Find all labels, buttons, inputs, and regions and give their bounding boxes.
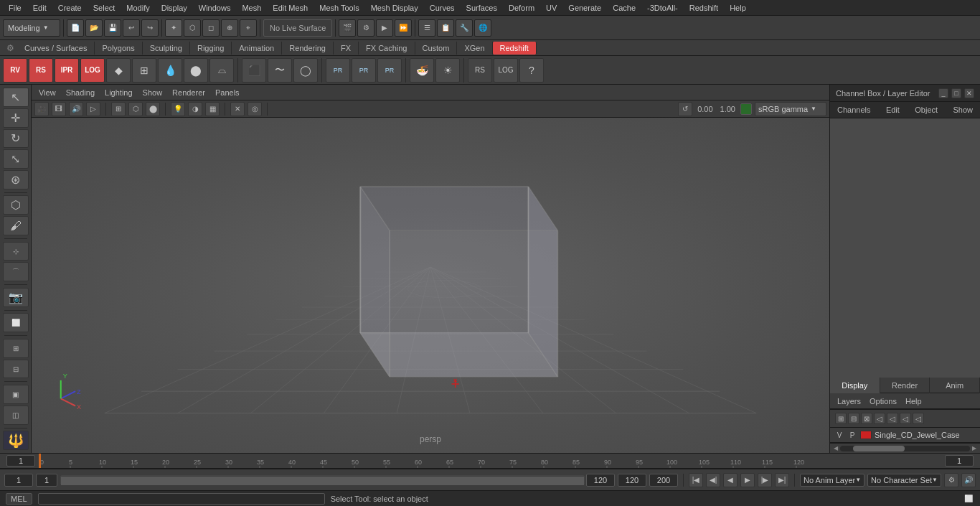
shelf-tab-fx-caching[interactable]: FX Caching: [359, 42, 415, 55]
rotate-button[interactable]: ↻: [3, 129, 29, 149]
shelf-icon-circle[interactable]: ◯: [293, 58, 318, 83]
menu-help[interactable]: Help: [724, 2, 752, 14]
outliner-button[interactable]: 🌐: [474, 19, 491, 37]
mel-mode-button[interactable]: MEL: [6, 493, 32, 505]
shelf-icon-rs-mat[interactable]: RS: [468, 58, 492, 83]
scroll-thumb[interactable]: [853, 446, 905, 451]
redo-button[interactable]: ↪: [141, 19, 159, 37]
layers-nav-help[interactable]: Help: [903, 396, 925, 406]
transport-start-frame-input[interactable]: [4, 474, 33, 487]
shelf-icon-sphere[interactable]: ⬤: [184, 58, 208, 83]
shelf-tab-rigging[interactable]: Rigging: [190, 42, 232, 55]
menu-curves[interactable]: Curves: [424, 2, 461, 14]
scale-button[interactable]: ⤡: [3, 149, 29, 169]
shelf-tab-rendering[interactable]: Rendering: [282, 42, 334, 55]
no-character-set-dropdown[interactable]: No Character Set ▼: [867, 474, 941, 487]
menu-surfaces[interactable]: Surfaces: [461, 2, 503, 14]
menu-generate[interactable]: Generate: [562, 2, 607, 14]
channel-box-close-button[interactable]: ✕: [964, 88, 974, 98]
menu-mesh-tools[interactable]: Mesh Tools: [314, 2, 364, 14]
scroll-left-arrow-icon[interactable]: ◀: [831, 444, 840, 453]
channels-nav-edit[interactable]: Edit: [883, 105, 903, 115]
channel-box-maximize-button[interactable]: □: [951, 88, 961, 98]
vp-camera-icon[interactable]: 🎥: [34, 102, 49, 116]
shelf-tab-xgen[interactable]: XGen: [457, 42, 492, 55]
shelf-tab-custom[interactable]: Custom: [415, 42, 458, 55]
vp-show-menu[interactable]: Show: [138, 87, 167, 98]
snap-button[interactable]: ⌖: [240, 19, 257, 37]
vp-film-icon[interactable]: 🎞: [52, 102, 66, 116]
render-settings-button[interactable]: ⚙: [357, 19, 374, 37]
vp-lighting-menu[interactable]: Lighting: [100, 87, 137, 98]
menu-select[interactable]: Select: [88, 2, 121, 14]
shelf-icon-dome[interactable]: ⌓: [209, 58, 234, 83]
layout-button[interactable]: ⊞: [3, 339, 29, 358]
render-ipr-button[interactable]: ▶: [376, 19, 393, 37]
layer-tab-render[interactable]: Render: [880, 378, 930, 393]
shelf-icon-rv[interactable]: RV: [3, 58, 27, 83]
render-seq-button[interactable]: ⏩: [395, 19, 412, 37]
vp-shading-menu[interactable]: Shading: [62, 87, 99, 98]
menu-3dtoall[interactable]: -3DtoAll-: [641, 2, 684, 14]
layer-tab-display[interactable]: Display: [830, 378, 880, 393]
shelf-icon-bowl[interactable]: 🍜: [410, 58, 434, 83]
transport-go-end-button[interactable]: ▶|: [775, 473, 789, 487]
shelf-icon-ipr[interactable]: IPR: [55, 58, 79, 83]
attr-editor-button[interactable]: 📋: [437, 19, 454, 37]
menu-edit[interactable]: Edit: [27, 2, 52, 14]
command-input[interactable]: [38, 493, 325, 505]
layers-nav-layers[interactable]: Layers: [834, 396, 864, 406]
no-anim-layer-dropdown[interactable]: No Anim Layer ▼: [800, 474, 864, 487]
vp-shadow-icon[interactable]: ◑: [188, 102, 202, 116]
transport-play-back-button[interactable]: ◀: [723, 473, 738, 487]
channels-nav-channels[interactable]: Channels: [834, 105, 873, 115]
viewport-canvas[interactable]: Z X Y persp: [32, 118, 829, 453]
soft-select-button[interactable]: ⬡: [3, 195, 29, 215]
transport-go-start-button[interactable]: |◀: [689, 473, 703, 487]
layer-anim4-button[interactable]: ◁: [913, 413, 924, 424]
rigging-button[interactable]: 🔱: [3, 431, 29, 450]
transport-settings-button[interactable]: ⚙: [944, 473, 958, 487]
vp-panels-menu[interactable]: Panels: [211, 87, 244, 98]
open-scene-button[interactable]: 📂: [85, 19, 103, 37]
new-scene-button[interactable]: 📄: [67, 19, 84, 37]
layer-options-button[interactable]: ⊠: [861, 413, 872, 424]
workspace-dropdown[interactable]: Modeling ▼: [3, 19, 60, 37]
transport-end-time-input[interactable]: [649, 474, 678, 487]
timeline-current-frame-input[interactable]: [945, 455, 974, 467]
universal-manip-button[interactable]: ⊛: [3, 170, 29, 189]
vp-wireframe-icon[interactable]: ⬡: [128, 102, 143, 116]
shelf-icon-wave[interactable]: 〜: [268, 58, 292, 83]
shelf-icon-pr2[interactable]: PR: [352, 58, 376, 83]
range-slider-track[interactable]: [60, 475, 585, 485]
menu-mesh-display[interactable]: Mesh Display: [365, 2, 424, 14]
vp-view-menu[interactable]: View: [34, 87, 60, 98]
status-help-icon[interactable]: ⬜: [963, 493, 974, 505]
menu-create[interactable]: Create: [52, 2, 88, 14]
vp-reset-icon[interactable]: ↺: [678, 102, 692, 116]
shelf-icon-grid[interactable]: ⊞: [132, 58, 156, 83]
snap-grid-button[interactable]: ⊹: [3, 242, 29, 261]
layer-tab-anim[interactable]: Anim: [930, 378, 980, 393]
channel-box-minimize-button[interactable]: _: [938, 88, 948, 98]
shelf-tab-curves-surfaces[interactable]: Curves / Surfaces: [17, 42, 95, 55]
scroll-right-arrow-icon[interactable]: ▶: [970, 444, 979, 453]
transport-current-frame-input[interactable]: [36, 474, 57, 487]
shelf-tab-polygons[interactable]: Polygons: [95, 42, 142, 55]
paint-effects-button[interactable]: 🖌: [3, 216, 29, 235]
shelf-icon-diamond[interactable]: ◆: [106, 58, 131, 83]
layer-anim-button[interactable]: ◁: [874, 413, 885, 424]
snap-curve-button[interactable]: ⌒: [3, 262, 29, 281]
shelf-icon-pr1[interactable]: PR: [326, 58, 350, 83]
layer-anim2-button[interactable]: ◁: [887, 413, 898, 424]
no-live-surface-button[interactable]: No Live Surface: [263, 19, 332, 37]
shelf-icon-log[interactable]: LOG: [80, 58, 105, 83]
shelf-icon-cube[interactable]: ⬛: [242, 58, 266, 83]
timeline-track[interactable]: 0 5 10 15 20 25 30 35 40 45 50 55 60: [39, 453, 941, 469]
undo-button[interactable]: ↩: [123, 19, 140, 37]
shelf-icon-pr3[interactable]: PR: [377, 58, 402, 83]
vp-lighting-icon[interactable]: 💡: [171, 102, 185, 116]
select-mode-button[interactable]: ↖: [3, 88, 29, 107]
tool-settings-button[interactable]: 🔧: [456, 19, 473, 37]
camera-button[interactable]: 📷: [3, 288, 29, 307]
